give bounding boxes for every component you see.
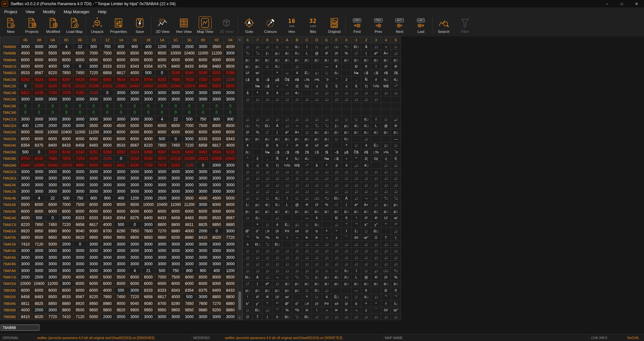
char-cell[interactable]: p□ — [352, 208, 362, 215]
value-cell[interactable]: 3000 — [101, 116, 114, 122]
char-cell[interactable]: p□ — [342, 208, 352, 215]
char-cell[interactable]: p□ — [352, 57, 362, 63]
char-cell[interactable]: d — [262, 90, 272, 96]
value-cell[interactable]: 6858 — [73, 221, 87, 228]
row-address[interactable]: 78B066 — [0, 307, 19, 314]
char-cell[interactable]: p□ — [253, 136, 263, 142]
value-cell[interactable]: 3000 — [128, 261, 142, 267]
value-cell[interactable]: 22 — [73, 44, 87, 50]
char-cell[interactable]: ,□ — [371, 189, 381, 195]
char-cell[interactable]: p□ — [292, 136, 302, 142]
value-cell[interactable]: 500 — [19, 149, 32, 155]
value-cell[interactable]: 8000 — [87, 202, 100, 208]
char-cell[interactable]: p□ — [292, 208, 302, 215]
char-cell[interactable]: ,□ — [243, 182, 253, 188]
value-cell[interactable]: 8980 — [101, 300, 114, 307]
char-cell[interactable]: °□ — [391, 268, 401, 274]
value-cell[interactable]: 3000 — [73, 248, 87, 254]
value-cell[interactable]: 9266 — [101, 149, 114, 155]
char-cell[interactable]: †( — [272, 162, 282, 169]
char-cell[interactable]: ,□ — [342, 189, 352, 195]
char-cell[interactable]: Ð□ — [253, 307, 263, 314]
char-cell[interactable] — [361, 103, 371, 109]
value-cell[interactable]: 8800 — [19, 235, 32, 241]
char-cell[interactable]: p□ — [371, 208, 381, 215]
value-cell[interactable]: 8483 — [183, 215, 196, 221]
char-cell[interactable]: ›( — [381, 155, 391, 162]
char-cell[interactable]: ª — [361, 300, 371, 307]
value-cell[interactable]: 2000 — [169, 44, 183, 50]
char-cell[interactable]: À+ — [292, 129, 302, 136]
value-cell[interactable]: 8343 — [224, 136, 237, 142]
char-cell[interactable]: p□ — [292, 281, 302, 287]
char-cell[interactable]: ,□ — [312, 189, 322, 195]
value-cell[interactable]: 3000 — [46, 182, 60, 188]
char-cell[interactable]: |□ — [332, 122, 342, 129]
char-cell[interactable]: ô□ — [253, 215, 263, 221]
char-cell[interactable] — [282, 103, 292, 109]
value-cell[interactable]: 8000 — [183, 274, 196, 280]
char-cell[interactable]: p□ — [282, 281, 292, 287]
value-cell[interactable]: 9429 — [169, 149, 183, 155]
value-cell[interactable]: 7500 — [101, 50, 114, 56]
char-cell[interactable]: ,□ — [361, 169, 371, 175]
value-cell[interactable]: 7476 — [60, 90, 73, 96]
value-cell[interactable]: 3000 — [87, 189, 100, 195]
char-cell[interactable]: p□ — [342, 122, 352, 129]
value-cell[interactable]: 3000 — [183, 241, 196, 248]
char-cell[interactable]: ( — [391, 235, 401, 241]
value-cell[interactable]: 3000 — [128, 182, 142, 188]
value-cell[interactable]: 9240 — [142, 155, 155, 162]
char-cell[interactable]: ,□ — [371, 261, 381, 267]
value-cell[interactable]: 0 — [210, 109, 223, 116]
char-cell[interactable]: P# — [282, 228, 292, 234]
char-cell[interactable]: ,□ — [272, 215, 282, 221]
char-cell[interactable]: ,□ — [312, 169, 322, 175]
char-cell[interactable]: "□ — [312, 122, 322, 129]
value-cell[interactable]: 0 — [224, 109, 237, 116]
value-cell[interactable]: 5500 — [46, 50, 60, 56]
char-cell[interactable]: Ï( — [332, 83, 342, 90]
char-cell[interactable]: ,□ — [292, 189, 302, 195]
char-cell[interactable]: (# — [312, 300, 322, 307]
value-cell[interactable]: 6000 — [224, 129, 237, 136]
value-cell[interactable]: 6000 — [169, 208, 183, 215]
value-cell[interactable]: 0 — [169, 109, 183, 116]
value-cell[interactable]: 7120 — [32, 241, 46, 248]
value-cell[interactable]: 8290 — [169, 300, 183, 307]
value-cell[interactable]: 9450 — [183, 149, 196, 155]
char-cell[interactable]: Ð — [381, 287, 391, 294]
char-cell[interactable]: Ð□ — [371, 228, 381, 234]
value-cell[interactable]: 3000 — [224, 254, 237, 261]
value-cell[interactable]: 6000 — [128, 274, 142, 280]
char-cell[interactable]: W$ — [381, 83, 391, 90]
char-cell[interactable]: % — [322, 202, 332, 208]
value-cell[interactable]: 0 — [46, 109, 60, 116]
char-cell[interactable]: ,□ — [272, 248, 282, 254]
char-cell[interactable]: Ä — [272, 122, 282, 129]
value-cell[interactable]: 8483 — [87, 142, 100, 149]
value-cell[interactable]: 6858 — [142, 294, 155, 300]
char-cell[interactable]: □' — [243, 281, 253, 287]
value-cell[interactable]: 900 — [224, 116, 237, 122]
value-cell[interactable]: 6000 — [73, 57, 87, 63]
char-cell[interactable]: ,□ — [361, 254, 371, 261]
value-cell[interactable]: 7500 — [196, 122, 210, 129]
value-cell[interactable]: 3000 — [142, 261, 155, 267]
char-cell[interactable]: □$ — [332, 155, 342, 162]
char-cell[interactable]: ,□ — [282, 248, 292, 254]
char-cell[interactable]: — — [302, 215, 312, 221]
value-cell[interactable]: 3000 — [114, 254, 128, 261]
value-cell[interactable]: 9850 — [142, 235, 155, 241]
char-cell[interactable]: ,□ — [391, 189, 401, 195]
char-cell[interactable]: ! — [282, 142, 292, 149]
value-cell[interactable]: 8375 — [128, 215, 142, 221]
value-cell[interactable]: 10311 — [196, 155, 210, 162]
char-cell[interactable] — [302, 109, 312, 116]
value-cell[interactable]: 6000 — [19, 63, 32, 70]
char-cell[interactable]: ,□ — [371, 44, 381, 50]
char-cell[interactable]: N♠ — [322, 155, 332, 162]
value-cell[interactable]: 9040 — [73, 228, 87, 234]
value-cell[interactable]: 3000 — [73, 175, 87, 182]
char-cell[interactable]: p□ — [322, 274, 332, 280]
